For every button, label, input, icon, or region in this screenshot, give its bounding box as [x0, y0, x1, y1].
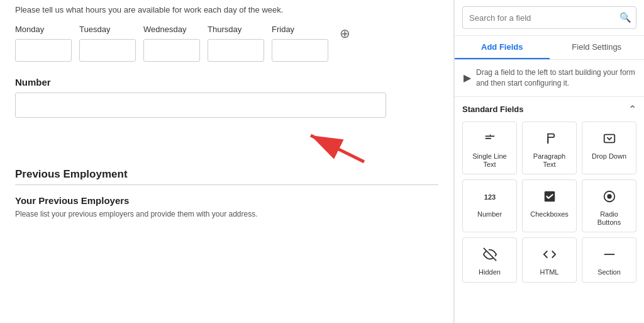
- number-section: Number: [15, 77, 438, 118]
- day-input-thursday[interactable]: [208, 39, 264, 62]
- day-input-monday[interactable]: [15, 39, 72, 62]
- hidden-label: Hidden: [479, 268, 501, 276]
- previous-employment-title: Previous Employment: [15, 168, 438, 181]
- right-panel: 🔍 Add Fields Field Settings ▶ Drag a fie…: [454, 0, 644, 323]
- html-label: HTML: [540, 268, 559, 276]
- number-icon: 123: [481, 188, 499, 205]
- day-friday: Friday: [272, 25, 328, 62]
- section-icon: [601, 246, 618, 263]
- html-icon: [541, 246, 558, 263]
- fields-section: Standard Fields ⌃ Single Line Text: [455, 97, 644, 323]
- field-card-single-line-text[interactable]: Single Line Text: [462, 122, 517, 174]
- svg-rect-5: [604, 134, 614, 142]
- day-label-friday: Friday: [272, 25, 294, 34]
- radio-buttons-icon: [601, 188, 618, 205]
- number-field-label: Number: [15, 77, 438, 88]
- day-input-wednesday[interactable]: [143, 39, 200, 62]
- hidden-icon: [481, 246, 499, 263]
- prev-employers-label: Your Previous Employers: [15, 195, 438, 206]
- search-input[interactable]: [462, 6, 636, 29]
- days-row: Monday Tuesday Wednesday Thursday Friday…: [15, 25, 438, 62]
- number-input[interactable]: [15, 93, 386, 118]
- arrow-area: [15, 130, 386, 168]
- add-day-button[interactable]: ⊕: [336, 25, 353, 42]
- day-label-monday: Monday: [15, 25, 44, 34]
- search-bar: 🔍: [455, 0, 644, 36]
- day-label-tuesday: Tuesday: [79, 25, 110, 34]
- drop-down-icon: [601, 130, 618, 147]
- paragraph-text-label: Paragraph Text: [528, 152, 571, 169]
- day-label-wednesday: Wednesday: [143, 25, 186, 34]
- radio-buttons-label: Radio Buttons: [587, 210, 631, 227]
- svg-line-1: [311, 135, 364, 162]
- day-input-friday[interactable]: [272, 39, 328, 62]
- field-card-checkboxes[interactable]: Checkboxes: [522, 179, 577, 232]
- checkboxes-icon: [541, 188, 558, 205]
- drag-hint: ▶ Drag a field to the left to start buil…: [455, 60, 644, 97]
- add-day-col: ⊕: [336, 25, 353, 46]
- form-description: Please tell us what hours you are availa…: [15, 5, 438, 14]
- field-card-number[interactable]: 123 Number: [462, 179, 517, 232]
- prev-employers-desc: Please list your previous employers and …: [15, 210, 438, 218]
- drop-down-label: Drop Down: [592, 152, 626, 161]
- single-line-text-label: Single Line Text: [468, 152, 511, 169]
- section-divider: [15, 184, 438, 185]
- day-input-tuesday[interactable]: [79, 39, 136, 62]
- number-label: Number: [477, 210, 502, 218]
- tab-add-fields[interactable]: Add Fields: [455, 36, 550, 59]
- field-card-radio-buttons[interactable]: Radio Buttons: [582, 179, 636, 232]
- day-wednesday: Wednesday: [143, 25, 200, 62]
- field-card-paragraph-text[interactable]: Paragraph Text: [522, 122, 577, 174]
- chevron-up-icon: ⌃: [628, 103, 636, 115]
- previous-employment-section: Previous Employment: [15, 168, 438, 185]
- standard-fields-title: Standard Fields: [462, 105, 524, 114]
- svg-point-9: [607, 194, 611, 198]
- day-tuesday: Tuesday: [79, 25, 136, 62]
- day-label-thursday: Thursday: [208, 25, 242, 34]
- field-card-section[interactable]: Section: [582, 237, 636, 282]
- field-card-hidden[interactable]: Hidden: [462, 237, 517, 282]
- day-thursday: Thursday: [208, 25, 264, 62]
- svg-text:123: 123: [484, 193, 495, 201]
- day-monday: Monday: [15, 25, 72, 62]
- field-card-html[interactable]: HTML: [522, 237, 577, 282]
- fields-section-header: Standard Fields ⌃: [462, 103, 636, 115]
- fields-grid: Single Line Text Paragraph Text: [462, 122, 636, 283]
- field-card-drop-down[interactable]: Drop Down: [582, 122, 636, 174]
- paragraph-text-icon: [541, 130, 558, 147]
- red-arrow-icon: [298, 130, 367, 165]
- tab-field-settings[interactable]: Field Settings: [550, 36, 645, 59]
- single-line-text-icon: [481, 130, 499, 147]
- checkboxes-label: Checkboxes: [530, 210, 569, 218]
- search-wrapper: 🔍: [462, 6, 636, 29]
- cursor-icon: ▶: [464, 72, 471, 84]
- section-label: Section: [597, 268, 621, 276]
- drag-hint-text: Drag a field to the left to start buildi…: [476, 67, 635, 89]
- tabs-row: Add Fields Field Settings: [455, 36, 644, 60]
- form-area: Please tell us what hours you are availa…: [0, 0, 454, 323]
